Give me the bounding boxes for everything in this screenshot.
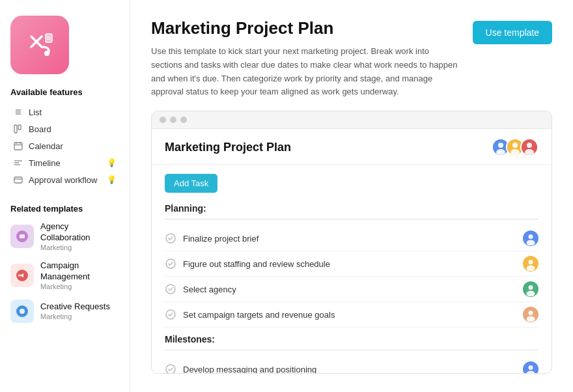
approval-icon [13, 175, 23, 185]
table-row: Select agency [165, 277, 538, 302]
svg-point-51 [166, 365, 175, 373]
feature-list-label: List [29, 107, 42, 117]
svg-point-45 [529, 285, 533, 290]
preview-window: Marketing Project Plan Add Task Planning… [151, 111, 552, 374]
avatar-3 [520, 138, 538, 156]
related-section: Related templates Agency Collaboration M… [10, 204, 119, 323]
preview-body: Add Task Planning: Finalize project brie… [152, 165, 552, 373]
agency-thumb [10, 225, 34, 248]
task-avatar [523, 361, 538, 373]
svg-rect-10 [18, 125, 21, 130]
related-item-agency[interactable]: Agency Collaboration Marketing [10, 221, 119, 251]
list-icon [13, 107, 23, 117]
campaign-thumb [10, 264, 34, 287]
planning-section-heading: Planning: [165, 203, 538, 219]
description-text: Use this template to kick start your nex… [151, 45, 460, 99]
feature-approval-label: Approval workflow [29, 175, 98, 185]
feature-board: Board [10, 120, 119, 137]
task-avatar [523, 281, 538, 297]
header-row: Marketing Project Plan Use this template… [151, 18, 552, 99]
table-row: Figure out staffing and review schedule [165, 251, 538, 277]
svg-rect-9 [14, 125, 17, 133]
window-dot-1 [160, 117, 166, 123]
milestones-section-heading: Milestones: [165, 334, 538, 350]
svg-rect-11 [14, 143, 22, 150]
feature-timeline: Timeline 💡 [10, 154, 119, 171]
feature-approval: Approval workflow 💡 [10, 171, 119, 188]
table-row: Set campaign targets and revenue goals [165, 302, 538, 328]
svg-rect-3 [46, 34, 52, 42]
task-avatar [523, 231, 538, 246]
check-icon [165, 232, 176, 244]
feature-list: List [10, 104, 119, 120]
preview-title: Marketing Project Plan [165, 141, 291, 154]
svg-point-30 [512, 143, 518, 148]
campaign-info: Campaign Management Marketing [40, 260, 119, 290]
calendar-icon [13, 141, 23, 151]
task-name: Set campaign targets and revenue goals [183, 310, 335, 320]
related-item-creative[interactable]: Creative Requests Marketing [10, 300, 119, 323]
task-name: Select agency [183, 285, 236, 294]
task-avatar [523, 307, 538, 322]
table-row: Finalize project brief [165, 226, 538, 251]
template-icon [10, 16, 69, 74]
related-section-title: Related templates [10, 204, 119, 214]
agency-category: Marketing [40, 244, 119, 251]
campaign-name: Campaign Management [40, 260, 119, 283]
svg-point-2 [44, 51, 49, 56]
creative-info: Creative Requests Marketing [40, 301, 110, 320]
timeline-premium-icon: 💡 [107, 158, 117, 167]
main-content: Marketing Project Plan Use this template… [130, 0, 573, 392]
title-description-block: Marketing Project Plan Use this template… [151, 18, 460, 99]
avatar-group [492, 138, 538, 156]
agency-name: Agency Collaboration [40, 221, 119, 244]
check-icon [165, 363, 176, 373]
svg-point-33 [527, 143, 532, 148]
svg-point-41 [529, 260, 533, 264]
window-bar [152, 111, 552, 129]
use-template-button[interactable]: Use template [473, 21, 552, 44]
table-row: Develop messaging and positioning [165, 357, 538, 373]
task-name: Develop messaging and positioning [183, 365, 316, 374]
window-dot-3 [180, 117, 187, 123]
features-section-title: Available features [10, 87, 119, 97]
svg-point-25 [20, 309, 25, 314]
svg-point-37 [529, 234, 533, 239]
creative-category: Marketing [40, 313, 110, 320]
timeline-icon [13, 158, 23, 168]
task-name: Finalize project brief [183, 234, 259, 244]
creative-thumb [10, 300, 34, 323]
task-name: Figure out staffing and review schedule [183, 259, 330, 269]
creative-name: Creative Requests [40, 301, 110, 313]
feature-calendar: Calendar [10, 137, 119, 154]
feature-timeline-label: Timeline [29, 158, 61, 168]
sidebar: Available features List Board Calendar T… [0, 0, 130, 392]
svg-point-27 [498, 143, 503, 148]
window-dot-2 [170, 117, 176, 123]
svg-rect-23 [18, 274, 20, 276]
check-icon [165, 283, 176, 295]
svg-point-53 [529, 365, 533, 370]
task-avatar [523, 256, 538, 272]
agency-info: Agency Collaboration Marketing [40, 221, 119, 251]
preview-header: Marketing Project Plan [152, 129, 552, 165]
board-icon [13, 124, 23, 134]
approval-premium-icon: 💡 [107, 175, 117, 184]
related-item-campaign[interactable]: Campaign Management Marketing [10, 260, 119, 290]
feature-board-label: Board [29, 124, 51, 134]
svg-rect-21 [20, 234, 25, 238]
check-icon [165, 309, 176, 320]
add-task-button[interactable]: Add Task [165, 174, 217, 193]
page-title: Marketing Project Plan [151, 18, 460, 38]
feature-calendar-label: Calendar [29, 141, 63, 151]
check-icon [165, 258, 176, 270]
features-list: List Board Calendar Timeline 💡 Approv [10, 104, 119, 188]
campaign-category: Marketing [40, 283, 119, 290]
svg-point-49 [529, 311, 533, 315]
svg-rect-18 [14, 177, 22, 183]
